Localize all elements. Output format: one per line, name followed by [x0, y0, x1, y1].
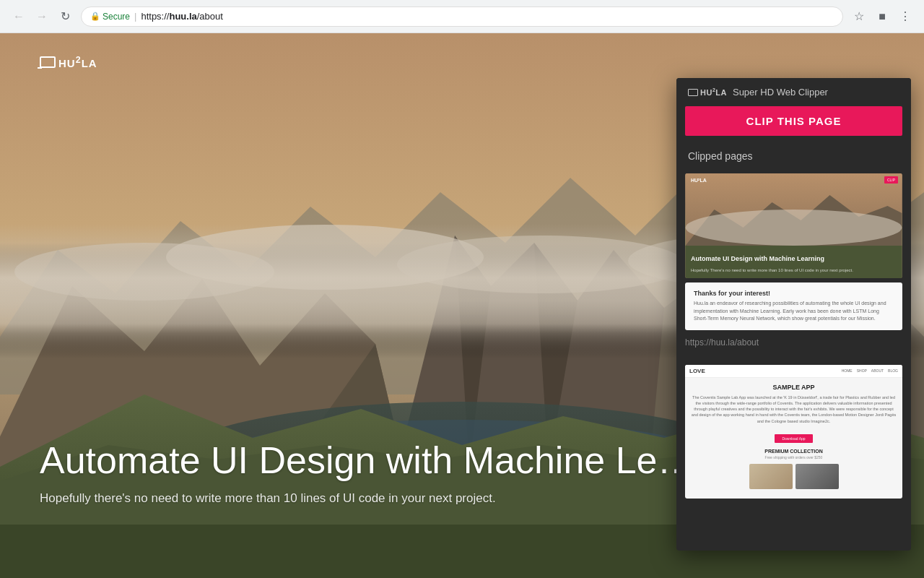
url-protocol: https:// [141, 11, 169, 22]
thumb-bg-app: LOVE HOME SHOP ABOUT BLOG SAMPLE APP The… [685, 365, 902, 499]
thumb2-app-desc: The Coventis Sample Lab App was launched… [691, 394, 897, 424]
thumb2-brand-name: LOVE [689, 368, 705, 374]
clip-item-2[interactable]: LOVE HOME SHOP ABOUT BLOG SAMPLE APP The… [685, 365, 902, 499]
refresh-button[interactable]: ↻ [55, 7, 75, 27]
clipped-pages-list: HU²LA CLIP Automate UI Design with Machi… [676, 168, 911, 551]
clip-thankyou-card: Thanks for your interest! Huu.la an ende… [685, 282, 902, 330]
thumb2-app-title: SAMPLE APP [691, 384, 897, 391]
back-button[interactable]: ← [9, 7, 29, 27]
secure-label: Secure [103, 12, 130, 22]
clipper-logo-box-icon [688, 89, 698, 96]
thumb2-products [691, 464, 897, 489]
address-bar[interactable]: 🔒 Secure | https://huu.la/about [81, 7, 843, 27]
thumb-headline-text: Automate UI Design with Machine Learning [691, 255, 897, 264]
thumb2-nav-about: ABOUT [871, 368, 884, 373]
thankyou-text: Huu.la an endeavor of researching possib… [694, 300, 894, 323]
browser-chrome: ← → ↻ 🔒 Secure | https://huu.la/about ☆ … [0, 0, 924, 33]
clipper-logo-text: HU2LA [700, 87, 727, 97]
clipper-header: HU2LA Super HD Web Clipper [676, 78, 911, 106]
menu-button[interactable]: ⋮ [895, 7, 915, 27]
url-separator: | [134, 11, 136, 22]
thumb-bg-mountain: HU²LA CLIP Automate UI Design with Machi… [685, 173, 902, 278]
url-display: https://huu.la/about [141, 11, 222, 22]
clipped-pages-label: Clipped pages [676, 144, 911, 168]
clip-thumbnail-2: LOVE HOME SHOP ABOUT BLOG SAMPLE APP The… [685, 365, 902, 499]
extensions-button[interactable]: ■ [872, 7, 892, 27]
hero-subtext: Hopefully there's no need to write more … [40, 491, 695, 506]
thumb2-nav-home: HOME [842, 368, 853, 373]
clip-item-1[interactable]: HU²LA CLIP Automate UI Design with Machi… [685, 173, 902, 353]
clip-item-1-url: https://huu.la/about [685, 335, 902, 353]
secure-indicator: 🔒 Secure [90, 12, 130, 22]
thumb2-product-2 [796, 464, 839, 489]
clip-thumbnail-1: HU²LA CLIP Automate UI Design with Machi… [685, 173, 902, 278]
logo-box-icon [40, 56, 56, 68]
thankyou-title: Thanks for your interest! [694, 290, 894, 297]
thumb-subtext-text: Hopefully There's no need to write more … [691, 268, 897, 274]
thumb2-nav-blog: BLOG [888, 368, 898, 373]
page-area: HU2LA Automate UI Design with Machine Le… [0, 33, 924, 578]
site-logo: HU2LA [40, 55, 97, 69]
logo-text: HU2LA [58, 55, 97, 69]
thumb-logo-text: HU²LA [691, 178, 707, 183]
browser-actions: ☆ ■ ⋮ [849, 7, 915, 27]
url-domain: huu.la [169, 11, 196, 22]
lock-icon: 🔒 [90, 12, 100, 21]
svg-point-20 [686, 210, 902, 246]
web-clipper-panel: HU2LA Super HD Web Clipper CLIP THIS PAG… [676, 78, 911, 551]
thumb2-download-btn: Download App [775, 434, 812, 443]
clipper-logo: HU2LA [688, 87, 727, 97]
nav-buttons: ← → ↻ [9, 7, 75, 27]
thumb2-header: LOVE HOME SHOP ABOUT BLOG [685, 365, 902, 378]
thumb2-nav: HOME SHOP ABOUT BLOG [842, 368, 898, 373]
thumb2-premium-label: PREMIUM COLLECTION [691, 449, 897, 454]
thumb2-shipping-text: Free shipping with orders over $250 [691, 455, 897, 460]
thumb2-content: SAMPLE APP The Coventis Sample Lab App w… [685, 378, 902, 495]
forward-button[interactable]: → [32, 7, 52, 27]
thumb2-nav-shop: SHOP [857, 368, 867, 373]
thumb-clip-btn: CLIP [884, 176, 898, 184]
bookmark-button[interactable]: ☆ [849, 7, 869, 27]
thumb2-product-1 [749, 464, 793, 489]
hero-text-block: Automate UI Design with Machine Le… Hope… [40, 440, 695, 506]
clip-this-page-button[interactable]: CLIP THIS PAGE [685, 106, 902, 136]
url-path: /about [197, 11, 223, 22]
hero-headline: Automate UI Design with Machine Le… [40, 440, 695, 481]
clipper-title: Super HD Web Clipper [733, 87, 828, 98]
